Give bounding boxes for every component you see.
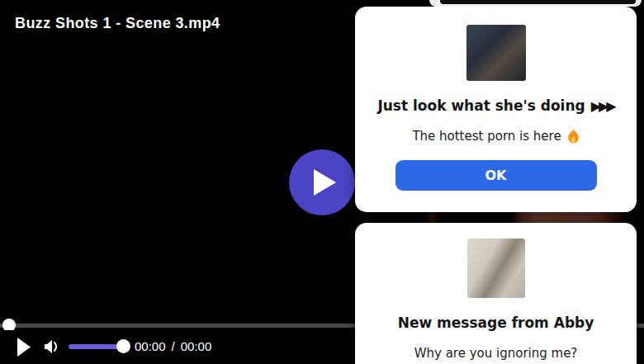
- play-button[interactable]: [17, 337, 31, 357]
- volume-slider[interactable]: [69, 344, 123, 349]
- ad-thumbnail-image[interactable]: [466, 25, 526, 81]
- time-display: 00:00 / 00:00: [135, 339, 211, 353]
- ad-headline: Just look what she's doing ▶▶▶: [377, 97, 613, 114]
- fire-icon: [567, 129, 580, 144]
- duration: 00:00: [181, 339, 212, 353]
- volume-thumb[interactable]: [116, 339, 130, 353]
- video-title: Buzz Shots 1 - Scene 3.mp4: [15, 15, 220, 32]
- ok-button[interactable]: OK: [395, 160, 597, 191]
- message-headline: New message from Abby: [398, 314, 594, 331]
- ad-subtitle-text: The hottest porn is here: [412, 129, 561, 144]
- time-separator: /: [172, 339, 175, 353]
- triple-right-triangles-icon: ▶▶▶: [591, 98, 614, 114]
- play-icon: [312, 168, 337, 196]
- ad-subtitle: The hottest porn is here: [412, 129, 579, 144]
- current-time: 00:00: [135, 339, 166, 353]
- message-subtitle: Why are you ignoring me?: [414, 346, 578, 361]
- popup-message[interactable]: New message from Abby Why are you ignori…: [355, 223, 637, 364]
- big-play-button[interactable]: [289, 149, 355, 215]
- message-thumbnail-image[interactable]: [467, 239, 525, 298]
- ad-headline-text: Just look what she's doing: [377, 97, 585, 114]
- volume-button[interactable]: [43, 338, 59, 355]
- popup-ad[interactable]: Just look what she's doing ▶▶▶ The hotte…: [355, 7, 637, 212]
- popup-cutoff-dark-element: [440, 0, 636, 4]
- video-player-page: Buzz Shots 1 - Scene 3.mp4 00:00 / 00:00: [0, 0, 644, 364]
- popup-cutoff-sliver[interactable]: [429, 0, 642, 7]
- message-headline-text: New message from Abby: [398, 314, 594, 331]
- message-subtitle-text: Why are you ignoring me?: [414, 346, 578, 361]
